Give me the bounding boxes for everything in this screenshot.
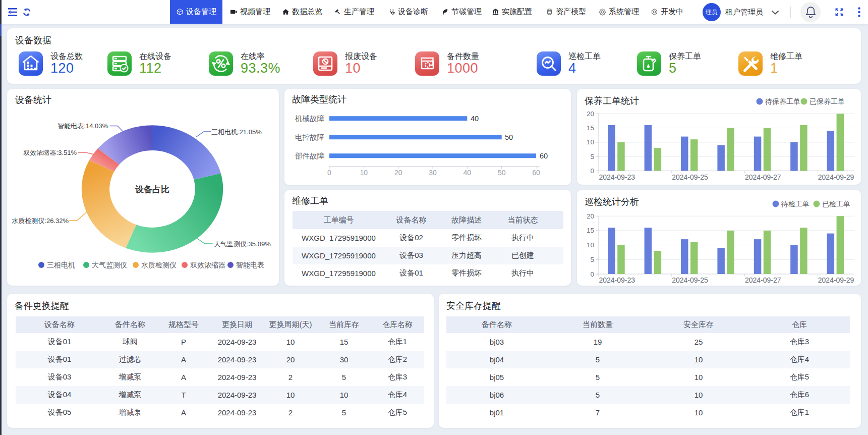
svg-text:三相电机:21.05%: 三相电机:21.05% <box>211 128 262 136</box>
svg-text:20: 20 <box>587 110 594 118</box>
svg-text:已保养工单: 已保养工单 <box>809 97 845 105</box>
svg-text:0: 0 <box>327 169 331 177</box>
svg-text:电控故障: 电控故障 <box>295 133 325 141</box>
svg-text:2024-09-27: 2024-09-27 <box>745 276 781 284</box>
svg-text:大气监测仪: 大气监测仪 <box>92 261 127 269</box>
svg-text:部件故障: 部件故障 <box>295 152 325 160</box>
svg-text:10: 10 <box>587 138 594 146</box>
svg-text:10: 10 <box>360 169 368 177</box>
svg-text:2024-09-29: 2024-09-29 <box>818 276 854 284</box>
svg-text:60: 60 <box>532 169 540 177</box>
svg-text:2024-09-23: 2024-09-23 <box>599 173 635 181</box>
svg-text:15: 15 <box>587 124 594 132</box>
svg-text:双效浓缩器: 双效浓缩器 <box>190 261 225 269</box>
svg-text:智能电表:14.03%: 智能电表:14.03% <box>57 122 108 130</box>
svg-text:15: 15 <box>587 227 594 234</box>
svg-text:大气监测仪:35.09%: 大气监测仪:35.09% <box>214 240 271 248</box>
svg-text:60: 60 <box>540 152 548 160</box>
svg-text:50: 50 <box>505 133 513 141</box>
svg-text:2024-09-23: 2024-09-23 <box>599 276 635 284</box>
svg-text:0: 0 <box>590 167 594 175</box>
svg-text:机械故障: 机械故障 <box>295 115 325 123</box>
svg-text:0: 0 <box>590 270 594 278</box>
svg-text:10: 10 <box>587 241 594 249</box>
svg-text:5: 5 <box>590 256 594 263</box>
svg-text:双效浓缩器:3.51%: 双效浓缩器:3.51% <box>23 149 77 156</box>
svg-text:智能电表: 智能电表 <box>236 261 264 269</box>
svg-text:已检工单: 已检工单 <box>822 200 850 208</box>
svg-text:2024-09-25: 2024-09-25 <box>672 173 708 181</box>
svg-text:待检工单: 待检工单 <box>781 200 809 208</box>
svg-text:50: 50 <box>498 169 506 177</box>
svg-text:水质检测仪: 水质检测仪 <box>141 261 177 269</box>
svg-text:40: 40 <box>471 115 479 123</box>
svg-text:5: 5 <box>590 153 594 160</box>
svg-text:30: 30 <box>429 169 437 177</box>
svg-text:20: 20 <box>587 212 594 220</box>
svg-text:水质检测仪:26.32%: 水质检测仪:26.32% <box>12 217 69 225</box>
svg-text:2024-09-29: 2024-09-29 <box>818 173 854 181</box>
svg-text:三相电机: 三相电机 <box>47 261 75 269</box>
svg-text:40: 40 <box>464 169 472 177</box>
svg-text:2024-09-25: 2024-09-25 <box>672 276 708 284</box>
svg-text:待保养工单: 待保养工单 <box>765 97 800 105</box>
svg-text:设备占比: 设备占比 <box>135 185 169 194</box>
svg-text:20: 20 <box>394 169 402 177</box>
svg-text:2024-09-27: 2024-09-27 <box>745 173 781 181</box>
